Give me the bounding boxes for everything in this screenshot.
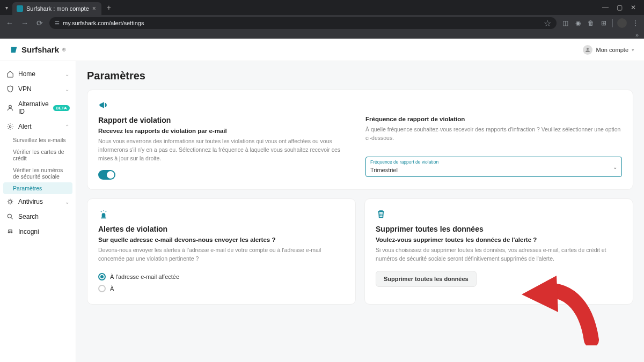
sidebar-item-label: Search xyxy=(18,213,39,220)
sidebar-item-home[interactable]: Home ⌄ xyxy=(3,67,72,82)
extension-icon[interactable]: ◫ xyxy=(561,19,569,27)
brand-logo[interactable]: Surfshark® xyxy=(10,45,66,54)
site-info-icon[interactable]: ☰ xyxy=(55,20,60,26)
chevron-down-icon: ⌄ xyxy=(65,199,69,205)
shield-icon xyxy=(6,85,14,93)
radio-label: À xyxy=(110,285,114,292)
radio-icon xyxy=(98,285,106,292)
back-button[interactable]: ← xyxy=(4,19,15,27)
tab-title: Surfshark : mon compte xyxy=(26,5,89,12)
chevron-down-icon: ▾ xyxy=(632,47,634,53)
chevron-right-icon[interactable]: » xyxy=(635,32,639,38)
divider xyxy=(612,19,613,27)
tab-close-icon[interactable]: × xyxy=(92,5,96,12)
select-value: Trimestriel xyxy=(370,167,398,173)
sidebar-item-label: Alert xyxy=(18,123,32,130)
sidebar-item-alert[interactable]: Alert ⌃ xyxy=(3,119,72,134)
chevron-down-icon: ⌄ xyxy=(613,164,617,169)
card-delete: Supprimer toutes les données Voulez-vous… xyxy=(364,198,633,305)
card-subtitle: Sur quelle adresse e-mail devons-nous en… xyxy=(98,237,345,243)
extension-icon-2[interactable]: ◉ xyxy=(574,19,582,27)
browser-tab[interactable]: Surfshark : mon compte × xyxy=(12,2,101,15)
url-text: my.surfshark.com/alert/settings xyxy=(63,20,144,26)
window-minimize[interactable]: — xyxy=(602,4,609,11)
sidebar-sub-cards[interactable]: Vérifier les cartes de crédit xyxy=(3,146,72,164)
surfshark-icon xyxy=(10,46,18,54)
report-toggle[interactable] xyxy=(98,170,115,180)
svg-point-2 xyxy=(9,125,11,128)
window-maximize[interactable]: ▢ xyxy=(616,4,623,11)
sidebar-item-label: Antivirus xyxy=(18,198,43,205)
sidebar-item-label: Vérifier les cartes de crédit xyxy=(13,149,69,161)
reload-button[interactable]: ⟳ xyxy=(34,19,45,27)
sidebar-item-search[interactable]: Search xyxy=(3,209,72,224)
profile-avatar[interactable] xyxy=(617,18,627,28)
chevron-up-icon: ⌃ xyxy=(65,124,69,130)
bookmark-bar: » xyxy=(0,31,644,39)
frequency-select[interactable]: Fréquence de rapport de violation Trimes… xyxy=(365,157,622,177)
delete-all-button[interactable]: Supprimer toutes les données xyxy=(376,271,477,287)
sidebar-sub-emails[interactable]: Surveillez les e-mails xyxy=(3,134,72,146)
svg-point-4 xyxy=(8,214,11,218)
delete-icon[interactable]: 🗑 xyxy=(587,19,595,27)
radio-label: À l'adresse e-mail affectée xyxy=(110,274,179,280)
address-bar: ← → ⟳ ☰ my.surfshark.com/alert/settings … xyxy=(0,15,644,31)
sidebar-item-incogni[interactable]: Incogni xyxy=(3,224,72,239)
sidebar-sub-settings[interactable]: Paramètres xyxy=(3,182,72,194)
account-avatar-icon xyxy=(583,45,592,55)
sidebar-item-label: Incogni xyxy=(18,228,39,235)
radio-icon xyxy=(98,273,106,280)
freq-title: Fréquence de rapport de violation xyxy=(365,116,622,122)
sidebar-item-antivirus[interactable]: Antivirus ⌄ xyxy=(3,194,72,209)
app-header: Surfshark® Mon compte ▾ xyxy=(0,39,644,61)
beta-badge: BETA xyxy=(53,105,70,111)
bookmark-star-icon[interactable]: ☆ xyxy=(544,18,551,28)
card-title: Rapport de violation xyxy=(98,116,355,124)
card-subtitle: Recevez les rapports de violation par e-… xyxy=(98,128,355,134)
sidebar-item-label: Home xyxy=(18,70,35,78)
registered-mark: ® xyxy=(62,47,66,53)
incogni-icon xyxy=(6,228,14,235)
trash-icon xyxy=(376,209,386,219)
menu-icon[interactable]: ⋮ xyxy=(631,19,640,27)
sidebar-item-vpn[interactable]: VPN ⌄ xyxy=(3,82,72,97)
card-description: Nous vous enverrons des informations sur… xyxy=(98,137,355,162)
radio-account-email[interactable]: À xyxy=(98,283,345,294)
forward-button[interactable]: → xyxy=(19,19,30,27)
search-icon xyxy=(6,213,14,220)
card-description: Devons-nous envoyer les alertes à l'adre… xyxy=(98,246,345,263)
sidebar-item-label: Surveillez les e-mails xyxy=(13,137,66,143)
sidebar-item-label: Alternative ID xyxy=(18,100,49,115)
svg-point-1 xyxy=(9,105,12,108)
select-floating-label: Fréquence de rapport de violation xyxy=(370,159,617,165)
megaphone-icon xyxy=(98,100,109,110)
sidebar-item-label: Paramètres xyxy=(13,185,42,191)
app-root: Surfshark® Mon compte ▾ Home ⌄ VPN ⌄ xyxy=(0,39,644,362)
alert-icon xyxy=(6,123,14,130)
content-area: Paramètres Rapport de violation Recevez … xyxy=(76,61,644,362)
card-subtitle: Voulez-vous supprimer toutes les données… xyxy=(376,237,622,243)
home-icon xyxy=(6,70,14,78)
svg-point-3 xyxy=(9,200,12,203)
chevron-down-icon: ⌄ xyxy=(65,86,69,92)
account-label: Mon compte xyxy=(596,47,628,53)
sidebar: Home ⌄ VPN ⌄ Alternative ID BETA Alert ⌃… xyxy=(0,61,76,362)
window-close[interactable]: ✕ xyxy=(630,4,636,11)
card-title: Alertes de violation xyxy=(98,225,345,233)
radio-affected-email[interactable]: À l'adresse e-mail affectée xyxy=(98,271,345,283)
person-icon xyxy=(6,104,14,112)
sidebar-item-label: Vérifier les numéros de sécurité sociale xyxy=(13,167,69,180)
sidebar-item-label: VPN xyxy=(18,85,32,93)
url-input[interactable]: ☰ my.surfshark.com/alert/settings ☆ xyxy=(49,17,557,29)
svg-point-5 xyxy=(8,231,10,233)
brand-name: Surfshark xyxy=(21,45,59,54)
tab-search-dropdown[interactable]: ▾ xyxy=(3,5,10,11)
browser-tab-strip: ▾ Surfshark : mon compte × + — ▢ ✕ xyxy=(0,0,644,15)
extensions-icon[interactable]: ⊞ xyxy=(599,19,608,27)
sidebar-sub-ssn[interactable]: Vérifier les numéros de sécurité sociale xyxy=(3,164,72,182)
sidebar-item-altid[interactable]: Alternative ID BETA xyxy=(3,97,72,119)
new-tab-button[interactable]: + xyxy=(104,3,114,12)
account-menu[interactable]: Mon compte ▾ xyxy=(583,45,634,55)
card-description: Si vous choisissez de supprimer toutes l… xyxy=(376,246,622,263)
chevron-down-icon: ⌄ xyxy=(65,71,69,77)
